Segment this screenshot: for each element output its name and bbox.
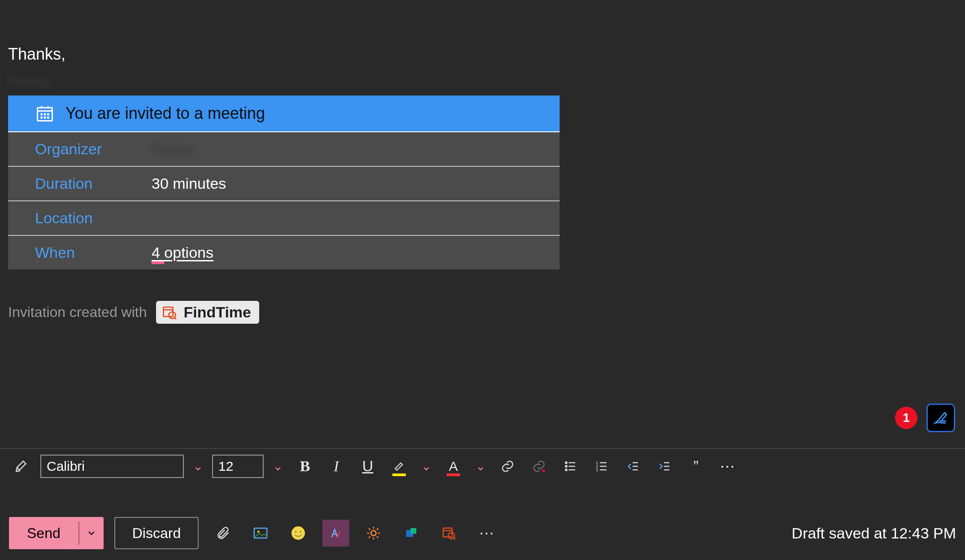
draft-status: Draft saved at 12:43 PM bbox=[791, 525, 956, 542]
font-family-select[interactable]: Calibri bbox=[40, 455, 184, 478]
insert-link-button[interactable] bbox=[495, 456, 521, 477]
svg-point-22 bbox=[565, 469, 567, 470]
emoji-icon bbox=[290, 525, 306, 541]
notification-badge[interactable]: 1 bbox=[895, 407, 917, 429]
outdent-button[interactable] bbox=[620, 456, 646, 477]
indent-button[interactable] bbox=[652, 456, 678, 477]
font-color-a: A bbox=[449, 459, 458, 474]
format-painter-icon bbox=[14, 459, 30, 474]
svg-line-47 bbox=[369, 528, 370, 530]
duration-label: Duration bbox=[35, 175, 152, 192]
font-color-chevron-icon[interactable]: ⌄ bbox=[472, 459, 489, 473]
svg-point-20 bbox=[565, 465, 567, 467]
highlight-color-swatch bbox=[392, 473, 406, 476]
send-label: Send bbox=[9, 517, 78, 549]
more-icon: ⋯ bbox=[720, 457, 735, 475]
paperclip-icon bbox=[215, 525, 230, 541]
svg-point-6 bbox=[48, 114, 48, 115]
badge-count: 1 bbox=[903, 411, 910, 425]
svg-line-13 bbox=[174, 317, 176, 319]
action-toolbar: Send Discard bbox=[0, 506, 965, 560]
font-family-chevron-icon[interactable]: ⌄ bbox=[189, 459, 207, 473]
emoji-button[interactable] bbox=[285, 520, 312, 547]
quote-button[interactable]: ” bbox=[683, 456, 709, 477]
meeting-invite-card: You are invited to a meeting Organizer R… bbox=[8, 96, 560, 269]
more-icon: ⋯ bbox=[479, 524, 494, 542]
compose-body[interactable]: Thanks, Redac You are invited to a meeti… bbox=[0, 0, 965, 328]
row-location: Location bbox=[8, 201, 560, 236]
bold-button[interactable]: B bbox=[292, 456, 318, 477]
format-more-button[interactable]: ⋯ bbox=[714, 456, 740, 477]
when-options-link[interactable]: 4 options bbox=[152, 244, 213, 261]
organizer-value-redacted: Redac bbox=[152, 140, 196, 158]
font-color-button[interactable]: A bbox=[440, 456, 466, 477]
poll-icon bbox=[441, 525, 456, 541]
svg-point-5 bbox=[44, 114, 45, 115]
scheduling-poll-button[interactable] bbox=[435, 520, 462, 547]
numbered-list-button[interactable]: 1 2 3 bbox=[589, 456, 615, 477]
picture-icon bbox=[252, 525, 269, 542]
remove-link-button[interactable] bbox=[526, 456, 552, 477]
link-icon bbox=[500, 459, 515, 474]
svg-line-56 bbox=[454, 538, 456, 540]
svg-rect-52 bbox=[411, 528, 417, 534]
signoff-text: Thanks, bbox=[8, 45, 957, 64]
font-size-select[interactable]: 12 bbox=[212, 455, 264, 478]
calendar-icon bbox=[35, 104, 55, 123]
underline-button[interactable]: U bbox=[355, 456, 381, 477]
indent-icon bbox=[657, 459, 672, 473]
font-color-swatch bbox=[447, 473, 460, 476]
format-painter-button[interactable] bbox=[9, 456, 35, 477]
findtime-chip[interactable]: FindTime bbox=[156, 301, 260, 324]
font-family-value: Calibri bbox=[47, 459, 85, 474]
float-actions: 1 bbox=[895, 404, 955, 432]
svg-point-7 bbox=[41, 117, 42, 118]
action-more-button[interactable]: ⋯ bbox=[473, 520, 500, 547]
organizer-label: Organizer bbox=[35, 140, 152, 158]
quote-icon: ” bbox=[693, 457, 698, 475]
italic-button[interactable]: I bbox=[323, 456, 349, 477]
svg-text:3: 3 bbox=[596, 467, 598, 472]
findtime-label: FindTime bbox=[184, 304, 252, 321]
card-header: You are invited to a meeting bbox=[8, 96, 560, 132]
sender-name-redacted: Redac bbox=[8, 73, 957, 90]
sun-icon bbox=[366, 525, 381, 541]
bullet-list-button[interactable] bbox=[557, 456, 583, 477]
chevron-down-icon bbox=[86, 528, 97, 538]
unlink-icon bbox=[531, 459, 547, 474]
format-toolbar: Calibri ⌄ 12 ⌄ B I U ⌄ A ⌄ bbox=[0, 448, 965, 483]
svg-point-38 bbox=[291, 526, 305, 540]
pen-icon bbox=[933, 410, 948, 425]
signature-button[interactable] bbox=[322, 520, 349, 547]
svg-point-4 bbox=[41, 114, 42, 115]
highlight-chevron-icon[interactable]: ⌄ bbox=[417, 459, 435, 473]
when-label: When bbox=[35, 244, 152, 261]
highlight-button[interactable] bbox=[386, 456, 412, 477]
attach-button[interactable] bbox=[209, 520, 236, 547]
row-organizer: Organizer Redac bbox=[8, 132, 560, 167]
findtime-icon bbox=[161, 304, 178, 321]
discard-button[interactable]: Discard bbox=[114, 517, 199, 549]
importance-button[interactable] bbox=[360, 520, 387, 547]
svg-line-48 bbox=[377, 536, 378, 538]
row-duration: Duration 30 minutes bbox=[8, 167, 560, 201]
svg-point-8 bbox=[44, 117, 45, 118]
svg-point-40 bbox=[300, 531, 302, 533]
bullets-icon bbox=[563, 459, 578, 473]
numbering-icon: 1 2 3 bbox=[595, 459, 609, 473]
signature-icon bbox=[329, 526, 343, 540]
loop-component-button[interactable] bbox=[398, 520, 425, 547]
font-size-chevron-icon[interactable]: ⌄ bbox=[269, 459, 287, 473]
svg-line-49 bbox=[369, 536, 370, 538]
svg-point-42 bbox=[371, 530, 376, 535]
svg-line-50 bbox=[377, 528, 378, 530]
duration-value: 30 minutes bbox=[152, 175, 226, 192]
svg-point-18 bbox=[565, 462, 567, 463]
send-button[interactable]: Send bbox=[9, 517, 104, 549]
highlight-icon bbox=[392, 460, 406, 473]
invite-footer: Invitation created with FindTime bbox=[8, 301, 957, 324]
pen-button[interactable] bbox=[926, 404, 955, 432]
insert-picture-button[interactable] bbox=[247, 520, 274, 547]
send-dropdown[interactable] bbox=[79, 517, 104, 549]
font-size-value: 12 bbox=[218, 459, 233, 474]
